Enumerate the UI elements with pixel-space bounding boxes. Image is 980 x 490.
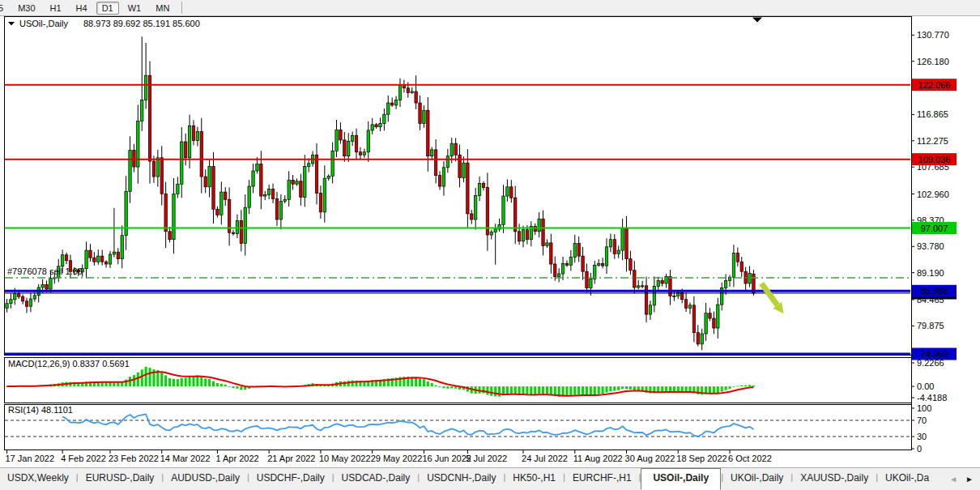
svg-text:1 Apr 2022: 1 Apr 2022 xyxy=(215,454,258,463)
svg-text:30: 30 xyxy=(917,432,927,441)
tab-scroll-right-icon[interactable]: ► xyxy=(965,475,974,484)
svg-text:0: 0 xyxy=(917,444,922,454)
svg-text:21 Apr 2022: 21 Apr 2022 xyxy=(267,454,315,463)
svg-text:89.190: 89.190 xyxy=(917,268,944,278)
svg-text:79.875: 79.875 xyxy=(917,321,944,330)
svg-text:0.00: 0.00 xyxy=(917,381,934,391)
svg-text:116.865: 116.865 xyxy=(917,109,948,119)
svg-text:18 Sep 2022: 18 Sep 2022 xyxy=(676,454,726,463)
svg-text:9.2266: 9.2266 xyxy=(917,358,944,368)
svg-text:4 Feb 2022: 4 Feb 2022 xyxy=(61,454,106,463)
tab-ukoil-daily[interactable]: UKOil-,Daily xyxy=(723,468,790,490)
svg-text:112.275: 112.275 xyxy=(917,136,948,146)
svg-text:14 Mar 2022: 14 Mar 2022 xyxy=(160,454,211,463)
toolbar-separator xyxy=(181,2,182,14)
svg-text:102.960: 102.960 xyxy=(917,190,949,199)
tab-audusd-daily[interactable]: AUDUSD-,Daily xyxy=(164,468,247,490)
mt4-window: { "toolbar": { "timeframes": ["5", "M30"… xyxy=(0,0,980,490)
chart-ohlc-values: 88.973 89.692 85.191 85.600 xyxy=(83,19,200,28)
svg-text:5 Jul 2022: 5 Jul 2022 xyxy=(466,454,507,463)
timeframe-button-MN[interactable]: MN xyxy=(150,2,175,15)
tab-usdchf-daily[interactable]: USDCHF-,Daily xyxy=(249,468,332,490)
tab-eurchf-h1[interactable]: EURCHF-,H1 xyxy=(565,468,639,490)
svg-text:16 Jun 2022: 16 Jun 2022 xyxy=(422,454,471,463)
svg-text:-4.4188: -4.4188 xyxy=(917,393,947,403)
svg-text:93.780: 93.780 xyxy=(917,241,944,251)
svg-text:100: 100 xyxy=(917,403,931,413)
tab-scrollers: ◄► xyxy=(943,468,980,490)
tab-usoil-daily[interactable]: USOil-,Daily xyxy=(641,468,721,490)
chart-tabbar: USDX,Weekly|EURUSD-,Daily|AUDUSD-,Daily|… xyxy=(0,467,980,490)
timeframe-toolbar: 5M30H1H4D1W1MN xyxy=(0,0,980,16)
svg-text:126.180: 126.180 xyxy=(917,57,949,66)
tab-eurusd-daily[interactable]: EURUSD-,Daily xyxy=(79,468,162,490)
timeframe-button-5[interactable]: 5 xyxy=(0,2,9,15)
tab-scroll-left-icon[interactable]: ◄ xyxy=(949,475,957,484)
svg-text:70: 70 xyxy=(917,415,927,425)
svg-text:97.007: 97.007 xyxy=(921,224,948,233)
svg-text:122.066: 122.066 xyxy=(918,80,951,90)
order-line-label[interactable]: #7976078 sell 1.00 xyxy=(7,266,83,276)
tab-usdcnh-daily[interactable]: USDCNH-,Daily xyxy=(420,468,503,490)
svg-text:23 Feb 2022: 23 Feb 2022 xyxy=(109,454,159,463)
svg-text:10 May 2022: 10 May 2022 xyxy=(319,454,371,463)
svg-text:24 Jul 2022: 24 Jul 2022 xyxy=(522,454,568,463)
timeframe-button-H4[interactable]: H4 xyxy=(70,2,93,15)
svg-text:29 May 2022: 29 May 2022 xyxy=(371,454,423,463)
chart-canvas[interactable]: #7976078 sell 1.00 130.770126.180121.590… xyxy=(0,0,980,490)
timeframe-button-D1[interactable]: D1 xyxy=(96,2,119,15)
macd-indicator-label: MACD(12,26,9) 0.8337 0.5691 xyxy=(8,359,130,369)
svg-text:109.036: 109.036 xyxy=(918,155,951,164)
svg-text:17 Jan 2022: 17 Jan 2022 xyxy=(6,454,55,463)
chart-title: USOil-,Daily xyxy=(19,19,68,28)
timeframe-button-M30[interactable]: M30 xyxy=(12,2,40,15)
svg-text:85.988: 85.988 xyxy=(921,286,948,296)
svg-text:130.770: 130.770 xyxy=(917,30,949,40)
svg-text:11 Aug 2022: 11 Aug 2022 xyxy=(573,454,623,463)
tab-ukoil-da[interactable]: UKOil-,Da xyxy=(878,468,936,490)
tab-xauusd-daily[interactable]: XAUUSD-,Daily xyxy=(793,468,876,490)
rsi-indicator-label: RSI(14) 48.1101 xyxy=(8,405,73,415)
svg-text:6 Oct 2022: 6 Oct 2022 xyxy=(728,454,772,463)
svg-text:30 Aug 2022: 30 Aug 2022 xyxy=(625,454,675,463)
tab-usdx-weekly[interactable]: USDX,Weekly xyxy=(0,468,76,490)
timeframe-button-H1[interactable]: H1 xyxy=(45,2,67,15)
tab-hk50-h1[interactable]: HK50-,H1 xyxy=(505,468,563,490)
tab-usdcad-daily[interactable]: USDCAD-,Daily xyxy=(334,468,418,490)
timeframe-button-W1[interactable]: W1 xyxy=(122,2,147,15)
